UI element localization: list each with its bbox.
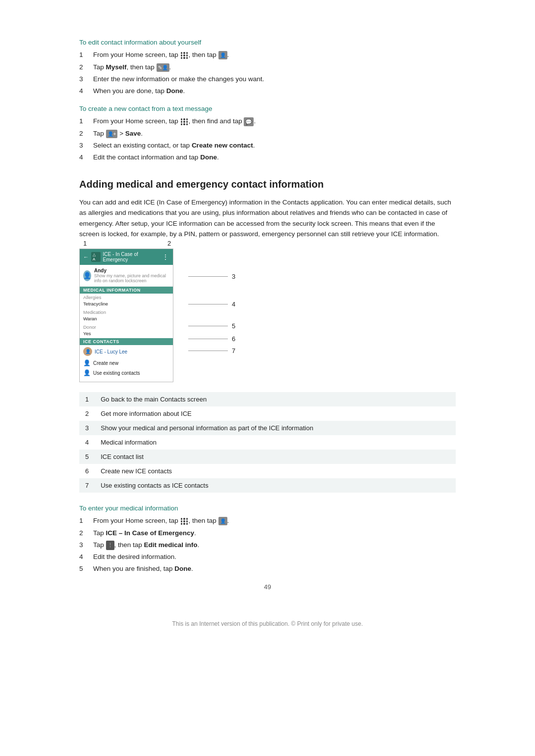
- footer: This is an Internet version of this publ…: [79, 620, 456, 627]
- legend-text: Medical information: [95, 435, 456, 450]
- ice-contacts-section-label: ICE CONTACTS: [80, 338, 173, 345]
- person-avatar: 👤: [83, 270, 91, 281]
- legend-num: 3: [79, 421, 95, 435]
- callout-num-7: 7: [232, 347, 235, 354]
- create-new-row: 👤 Create new: [80, 358, 173, 368]
- step-3-4: 4 Edit the desired information.: [79, 552, 456, 562]
- diag-label-1: 1: [83, 240, 87, 247]
- medication-label: Medication: [80, 308, 173, 316]
- legend-num: 2: [79, 406, 95, 421]
- step-2-4: 4 Edit the contact information and tap D…: [79, 152, 456, 162]
- allergy-value: Tetracycline: [80, 301, 173, 308]
- page-number: 49: [79, 583, 456, 591]
- legend-num: 5: [79, 450, 95, 464]
- legend-text: Use existing contacts as ICE contacts: [95, 478, 456, 493]
- phone-person-row: 👤 Andy Show my name, picture and medical…: [80, 265, 173, 287]
- callout-3: 3: [188, 263, 235, 289]
- use-existing-label: Use existing contacts: [93, 370, 140, 376]
- legend-num: 7: [79, 478, 95, 493]
- back-arrow-icon: ←: [83, 254, 89, 260]
- callout-4: 4: [188, 289, 235, 319]
- callout-line-7: [188, 351, 228, 351]
- callout-7: 7: [188, 345, 235, 356]
- callout-num-4: 4: [232, 301, 235, 308]
- legend-row: 1 Go back to the main Contacts screen: [79, 392, 456, 406]
- legend-text: ICE contact list: [95, 450, 456, 464]
- callout-line-4: [188, 304, 228, 304]
- section3-heading: To enter your medical information: [79, 504, 456, 512]
- step-1-2: 2 Tap Myself, then tap ✎👤.: [79, 62, 456, 72]
- section1-steps: 1 From your Home screen, tap , then tap …: [79, 50, 456, 96]
- legend-row: 6 Create new ICE contacts: [79, 464, 456, 478]
- ice-icon: △ A: [91, 252, 101, 262]
- grid-icon-3: [181, 516, 188, 526]
- message-icon: 💬: [244, 117, 254, 127]
- legend-num: 4: [79, 435, 95, 450]
- callout-line-3: [188, 276, 228, 277]
- more-icon: ⋮: [162, 253, 169, 261]
- edit-person-icon: ✎👤: [157, 63, 169, 72]
- legend-text: Get more information about ICE: [95, 406, 456, 421]
- phone-top-bar: ← △ A ICE - In Case of Emergency ⋮: [80, 249, 173, 265]
- legend-row: 5 ICE contact list: [79, 450, 456, 464]
- section2-steps: 1 From your Home screen, tap , then find…: [79, 116, 456, 162]
- legend-num: 1: [79, 392, 95, 406]
- person-icon-3: 👤: [218, 517, 227, 525]
- legend-text: Show your medical and personal informati…: [95, 421, 456, 435]
- legend-num: 6: [79, 464, 95, 478]
- person-add-icon: 👤+: [106, 130, 118, 138]
- person-subtitle: Show my name, picture and medical info o…: [94, 273, 169, 283]
- legend-row: 2 Get more information about ICE: [79, 406, 456, 421]
- step-1-1: 1 From your Home screen, tap , then tap …: [79, 50, 456, 60]
- step-3-1: 1 From your Home screen, tap , then tap …: [79, 516, 456, 526]
- legend-row: 4 Medical information: [79, 435, 456, 450]
- contact-name: ICE - Lucy Lee: [95, 349, 127, 354]
- chapter-body: You can add and edit ICE (In Case of Eme…: [79, 197, 456, 240]
- phone-diagram: 1 2 ← △ A ICE - In Case of Emergency ⋮ 👤…: [79, 249, 173, 382]
- medication-value: Waran: [80, 316, 173, 323]
- callout-num-6: 6: [232, 335, 235, 343]
- legend-table: 1 Go back to the main Contacts screen 2 …: [79, 392, 456, 493]
- step-2-2: 2 Tap 👤+ > Save.: [79, 129, 456, 139]
- callout-num-5: 5: [232, 322, 235, 330]
- donor-label: Donor: [80, 323, 173, 331]
- legend-text: Create new ICE contacts: [95, 464, 456, 478]
- grid-icon: [181, 50, 188, 60]
- diagram-area: 1 2 ← △ A ICE - In Case of Emergency ⋮ 👤…: [79, 249, 456, 382]
- step-1-3: 3 Enter the new information or make the …: [79, 74, 456, 84]
- use-person-icon: 👤: [83, 369, 91, 376]
- ice-contact-row: 👤 ICE - Lucy Lee: [80, 345, 173, 358]
- section2-heading: To create a new contact from a text mess…: [79, 105, 456, 112]
- section3-steps: 1 From your Home screen, tap , then tap …: [79, 516, 456, 574]
- step-3-3: 3 Tap ⋮, then tap Edit medical info.: [79, 540, 456, 550]
- callout-area: 3 4 5 6 7: [188, 249, 235, 356]
- person-icon: 👤: [218, 51, 227, 59]
- section1-heading: To edit contact information about yourse…: [79, 39, 456, 46]
- chapter-title: Adding medical and emergency contact inf…: [79, 179, 456, 190]
- step-1-4: 4 When you are done, tap Done.: [79, 86, 456, 96]
- diag-label-2: 2: [167, 240, 171, 247]
- create-new-label: Create new: [93, 360, 118, 366]
- step-3-5: 5 When you are finished, tap Done.: [79, 564, 456, 574]
- medical-section-label: MEDICAL INFORMATION: [80, 287, 173, 294]
- use-existing-row: 👤 Use existing contacts: [80, 368, 173, 378]
- contact-avatar: 👤: [83, 347, 92, 356]
- callout-line-6: [188, 339, 228, 339]
- callout-5: 5: [188, 319, 235, 333]
- callout-num-3: 3: [232, 273, 235, 280]
- callout-line-5: [188, 326, 228, 326]
- person-name: Andy: [94, 268, 169, 273]
- more-icon-step: ⋮: [106, 541, 114, 550]
- phone-title-text: ICE - In Case of Emergency: [103, 252, 162, 262]
- step-2-1: 1 From your Home screen, tap , then find…: [79, 116, 456, 127]
- donor-value: Yes: [80, 331, 173, 338]
- allergy-label: Allergies: [80, 294, 173, 301]
- create-person-icon: 👤: [83, 359, 91, 366]
- avatar-icon: 👤: [83, 272, 91, 279]
- phone-screen: ← △ A ICE - In Case of Emergency ⋮ 👤 And…: [79, 249, 173, 382]
- callout-6: 6: [188, 333, 235, 345]
- legend-row: 7 Use existing contacts as ICE contacts: [79, 478, 456, 493]
- legend-text: Go back to the main Contacts screen: [95, 392, 456, 406]
- step-3-2: 2 Tap ICE – In Case of Emergency.: [79, 528, 456, 538]
- legend-row: 3 Show your medical and personal informa…: [79, 421, 456, 435]
